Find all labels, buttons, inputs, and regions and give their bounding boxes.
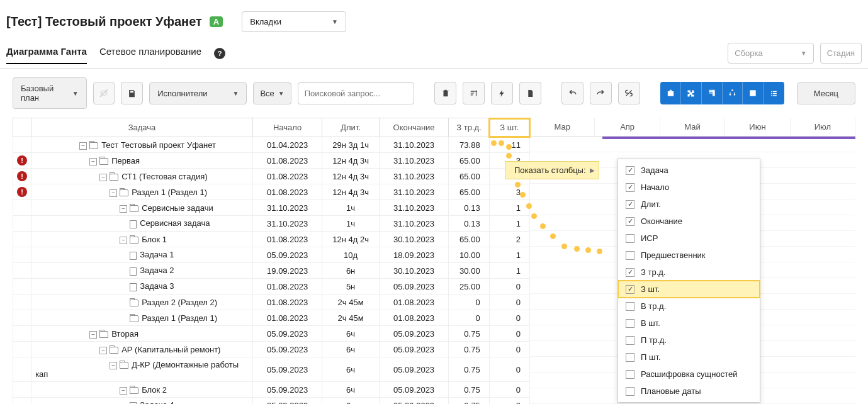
table-row[interactable]: −Блок 205.09.20236ч05.09.20230.750 (13, 382, 530, 398)
list-icon[interactable] (764, 82, 784, 104)
table-row[interactable]: −АР (Капитальный ремонт)05.09.20236ч05.0… (13, 342, 530, 357)
column-menu-item[interactable]: З шт. (618, 281, 760, 298)
checkbox-icon[interactable] (626, 285, 634, 294)
column-menu-item[interactable]: Начало (618, 179, 760, 196)
col-start[interactable]: Начало (252, 118, 322, 137)
checkbox-icon[interactable] (626, 183, 634, 192)
task-name-cell[interactable]: −АР (Капитальный ремонт) (31, 342, 253, 357)
briefcase-icon[interactable] (660, 82, 681, 104)
checkbox-icon[interactable] (626, 302, 634, 311)
table-row[interactable]: −Тест Тестовый проект Уфанет01.04.202329… (13, 137, 530, 153)
collapse-icon[interactable]: − (120, 387, 127, 395)
task-name-cell[interactable]: −СТ1 (Тестовая стадия) (31, 169, 253, 184)
column-menu-item[interactable]: Предшественник (618, 247, 760, 264)
task-name-cell[interactable]: Задача 2 (31, 263, 253, 279)
collapse-icon[interactable]: − (110, 189, 117, 197)
base-plan-button[interactable]: Базовый план ▼ (13, 77, 87, 109)
checkbox-icon[interactable] (626, 353, 634, 362)
column-menu-item[interactable]: Плановые даты (618, 383, 760, 400)
help-icon[interactable]: ? (214, 48, 225, 59)
col-duration[interactable]: Длит. (322, 118, 379, 137)
col-zsht[interactable]: З шт. (489, 118, 529, 137)
task-name-cell[interactable]: −Тест Тестовый проект Уфанет (31, 137, 253, 153)
table-row[interactable]: Задача 405.09.20236ч05.09.20230.750 (13, 398, 530, 405)
column-menu-item[interactable]: ИСР (618, 230, 760, 247)
table-row[interactable]: Задача 219.09.20236н30.10.202330.001 (13, 263, 530, 279)
redo-icon[interactable] (590, 82, 612, 104)
undo-icon[interactable] (561, 82, 583, 104)
task-name-cell[interactable]: −Первая (31, 153, 253, 169)
task-name-cell[interactable]: Задача 4 (31, 398, 253, 405)
column-menu-item[interactable]: В шт. (618, 315, 760, 332)
collapse-icon[interactable]: − (99, 347, 107, 354)
table-row[interactable]: !−Раздел 1 (Раздел 1)01.08.202312н 4д 3ч… (13, 184, 530, 200)
puzzle-icon[interactable] (681, 82, 702, 104)
column-menu-item[interactable]: Расшифровка сущностей (618, 366, 760, 383)
eye-off-icon[interactable] (93, 82, 115, 104)
stage-select[interactable]: Стадия (820, 43, 862, 64)
col-task[interactable]: Задача (31, 118, 253, 137)
collapse-icon[interactable]: − (120, 237, 127, 244)
sort-icon[interactable] (463, 82, 485, 104)
checkbox-icon[interactable] (626, 387, 634, 396)
task-name-cell[interactable]: −Блок 2 (31, 382, 253, 398)
collapse-icon[interactable]: − (89, 331, 97, 339)
save-icon[interactable] (121, 82, 143, 104)
task-name-cell[interactable]: Сервисная задача (31, 216, 253, 232)
trash-icon[interactable] (434, 82, 456, 104)
checkbox-icon[interactable] (626, 319, 634, 328)
all-filter-button[interactable]: Все ▼ (253, 82, 291, 104)
col-ztrd[interactable]: З тр.д. (449, 118, 489, 137)
column-menu-item[interactable]: Длит. (618, 196, 760, 213)
table-row[interactable]: !−Первая01.08.202312н 4д 3ч31.10.202365.… (13, 153, 530, 169)
checkbox-icon[interactable] (626, 200, 634, 209)
unlink-icon[interactable] (618, 82, 640, 104)
checkbox-icon[interactable] (626, 336, 634, 345)
book-icon[interactable] (702, 82, 723, 104)
executors-button[interactable]: Исполнители ▼ (149, 82, 247, 104)
table-row[interactable]: −Сервисные задачи31.10.20231ч31.10.20230… (13, 200, 530, 216)
table-row[interactable]: Сервисная задача31.10.20231ч31.10.20230.… (13, 216, 530, 232)
collapse-icon[interactable]: − (99, 174, 107, 181)
collapse-icon[interactable]: − (79, 142, 87, 150)
table-row[interactable]: Раздел 1 (Раздел 1)01.08.20232ч 45м01.08… (13, 310, 530, 326)
square-icon[interactable] (743, 82, 764, 104)
column-menu-item[interactable]: П шт. (618, 349, 760, 366)
table-row[interactable]: !−СТ1 (Тестовая стадия)01.08.202312н 4д … (13, 169, 530, 184)
collapse-icon[interactable]: − (89, 158, 97, 166)
task-name-cell[interactable]: Раздел 1 (Раздел 1) (31, 310, 253, 326)
column-menu-item[interactable]: З тр.д. (618, 264, 760, 281)
collapse-icon[interactable]: − (120, 205, 127, 213)
col-end[interactable]: Окончание (379, 118, 449, 137)
search-input[interactable] (298, 82, 414, 104)
column-menu-item[interactable]: Окончание (618, 213, 760, 230)
table-row[interactable]: Задача 301.08.20235н05.09.202325.000 (13, 279, 530, 295)
tabs-selector[interactable]: Вкладки ▼ (242, 11, 346, 32)
task-name-cell[interactable]: Раздел 2 (Раздел 2) (31, 295, 253, 310)
checkbox-icon[interactable] (626, 234, 634, 243)
lightning-icon[interactable] (491, 82, 513, 104)
checkbox-icon[interactable] (626, 217, 634, 226)
show-columns-tooltip[interactable]: Показать столбцы: ▶ (505, 161, 599, 179)
checkbox-icon[interactable] (626, 370, 634, 379)
table-row[interactable]: −Блок 101.08.202312н 4д 2ч30.10.202365.0… (13, 232, 530, 247)
task-name-cell[interactable]: −Вторая (31, 326, 253, 342)
sitemap-icon[interactable] (723, 82, 743, 104)
month-button[interactable]: Месяц (797, 82, 855, 104)
task-name-cell[interactable]: −Блок 1 (31, 232, 253, 247)
task-name-cell[interactable]: −Раздел 1 (Раздел 1) (31, 184, 253, 200)
table-row[interactable]: −Вторая05.09.20236ч05.09.20230.750 (13, 326, 530, 342)
checkbox-icon[interactable] (626, 251, 634, 260)
task-name-cell[interactable]: −Сервисные задачи (31, 200, 253, 216)
table-row[interactable]: Задача 105.09.202310д18.09.202310.001 (13, 247, 530, 263)
document-icon[interactable] (519, 82, 541, 104)
tab-gantt[interactable]: Диаграмма Ганта (6, 42, 87, 64)
task-name-cell[interactable]: −Д-КР (Демонтажные работы кап (31, 357, 253, 382)
table-row[interactable]: −Д-КР (Демонтажные работы кап05.09.20236… (13, 357, 530, 382)
column-menu-item[interactable]: П тр.д. (618, 332, 760, 349)
task-name-cell[interactable]: Задача 1 (31, 247, 253, 263)
assembly-select[interactable]: Сборка ▼ (728, 43, 813, 64)
tab-network[interactable]: Сетевое планирование (99, 42, 201, 64)
checkbox-icon[interactable] (626, 268, 634, 277)
task-name-cell[interactable]: Задача 3 (31, 279, 253, 295)
